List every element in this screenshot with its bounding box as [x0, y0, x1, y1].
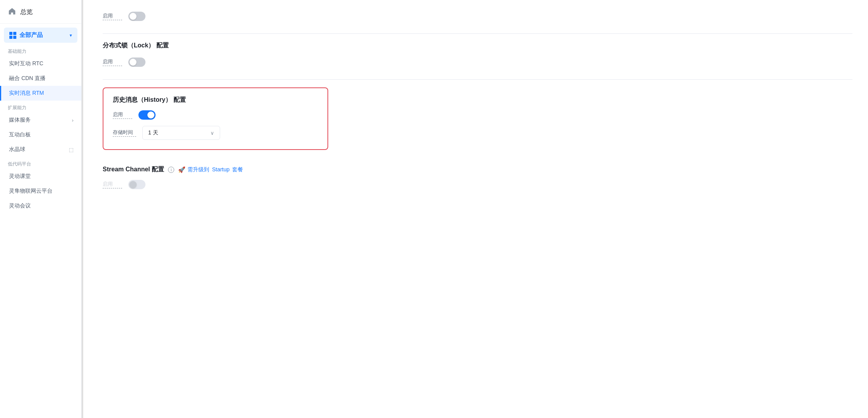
- storage-time-value: 1 天: [148, 129, 158, 136]
- rocket-icon: 🚀: [178, 166, 186, 173]
- all-products-label: 全部产品: [19, 31, 43, 39]
- storage-time-dropdown[interactable]: 1 天 ∨: [142, 126, 220, 140]
- upgrade-text: 需升级到 Startup 套餐: [187, 166, 243, 173]
- top-enable-toggle[interactable]: [128, 12, 145, 21]
- grid-icon: [9, 32, 16, 39]
- stream-channel-toggle: [128, 180, 145, 189]
- stream-channel-enable-row: 启用: [103, 180, 852, 189]
- sidebar-item-media[interactable]: 媒体服务 ›: [0, 113, 81, 127]
- distributed-lock-section: 分布式锁（Lock） 配置 启用: [103, 34, 852, 80]
- sidebar-item-rtm[interactable]: 实时消息 RTM: [0, 86, 81, 101]
- section-title-extend: 扩展能力: [0, 101, 81, 113]
- upgrade-plan: Startup: [212, 166, 229, 172]
- history-enable-row: 启用: [113, 110, 318, 120]
- distributed-lock-title: 分布式锁（Lock） 配置: [103, 42, 852, 50]
- stream-channel-section: Stream Channel 配置 i 🚀 需升级到 Startup 套餐 启用: [103, 158, 852, 202]
- history-title: 历史消息（History） 配置: [113, 96, 318, 104]
- sidebar-item-crystal[interactable]: 水晶球 ⬚: [0, 142, 81, 157]
- top-enable-section: 启用: [103, 8, 852, 34]
- info-icon[interactable]: i: [168, 167, 174, 173]
- chevron-down-icon: ▾: [70, 33, 72, 38]
- main-content: 启用 分布式锁（Lock） 配置 启用 历史消息（History） 配置 启用: [83, 0, 868, 418]
- history-enable-toggle[interactable]: [138, 110, 156, 120]
- top-toggle-slider: [128, 12, 145, 21]
- stream-channel-header: Stream Channel 配置 i 🚀 需升级到 Startup 套餐: [103, 165, 852, 174]
- external-link-icon: ⬚: [69, 147, 74, 153]
- distributed-lock-enable-row: 启用: [103, 57, 852, 67]
- home-icon: [8, 7, 16, 17]
- sidebar-item-meeting[interactable]: 灵动会议: [0, 199, 81, 213]
- sidebar-divider: [82, 0, 83, 418]
- sidebar: 总览 全部产品 ▾ 基础能力 实时互动 RTC 融合 CDN 直播 实时消息 R…: [0, 0, 82, 418]
- stream-channel-title: Stream Channel 配置: [103, 165, 164, 174]
- distributed-lock-slider: [128, 57, 145, 67]
- sidebar-item-rtc[interactable]: 实时互动 RTC: [0, 56, 81, 71]
- history-config-box: 历史消息（History） 配置 启用 存储时间 1 天 ∨: [103, 87, 328, 150]
- stream-channel-slider: [128, 180, 145, 189]
- top-enable-label: 启用: [103, 12, 122, 20]
- sidebar-item-classroom[interactable]: 灵动课堂: [0, 169, 81, 184]
- distributed-lock-enable-label: 启用: [103, 58, 122, 66]
- section-title-lowcode: 低代码平台: [0, 157, 81, 169]
- stream-channel-enable-label: 启用: [103, 181, 122, 188]
- dropdown-chevron-icon: ∨: [210, 130, 214, 136]
- top-enable-row: 启用: [103, 12, 852, 21]
- all-products-item[interactable]: 全部产品 ▾: [4, 28, 77, 43]
- section-title-basic: 基础能力: [0, 44, 81, 56]
- upgrade-badge[interactable]: 🚀 需升级到 Startup 套餐: [178, 166, 243, 173]
- history-toggle-slider: [138, 110, 156, 120]
- sidebar-item-cdn[interactable]: 融合 CDN 直播: [0, 71, 81, 86]
- storage-time-label: 存储时间: [113, 129, 136, 137]
- sidebar-item-whiteboard[interactable]: 互动白板: [0, 127, 81, 142]
- storage-time-row: 存储时间 1 天 ∨: [113, 126, 318, 140]
- sidebar-item-iot[interactable]: 灵隼物联网云平台: [0, 184, 81, 199]
- distributed-lock-toggle[interactable]: [128, 57, 145, 67]
- overview-label: 总览: [20, 8, 33, 16]
- history-enable-label: 启用: [113, 111, 132, 119]
- arrow-right-icon: ›: [72, 117, 74, 123]
- sidebar-overview[interactable]: 总览: [0, 0, 81, 24]
